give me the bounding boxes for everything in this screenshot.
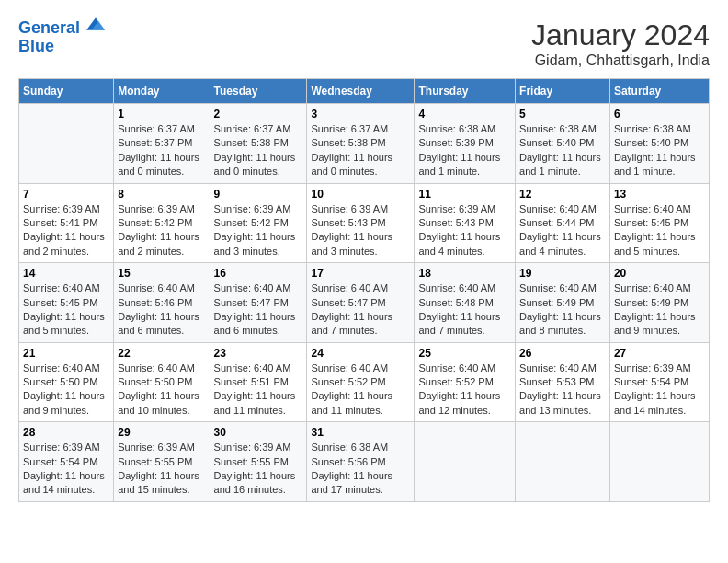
day-number: 23 — [214, 347, 303, 360]
logo-icon — [86, 15, 105, 33]
calendar-cell: 7Sunrise: 6:39 AM Sunset: 5:41 PM Daylig… — [19, 183, 114, 263]
day-number: 18 — [418, 267, 511, 280]
day-number: 11 — [418, 188, 511, 201]
calendar-header-row: SundayMondayTuesdayWednesdayThursdayFrid… — [19, 79, 710, 104]
day-number: 2 — [214, 108, 303, 121]
day-number: 9 — [214, 188, 303, 201]
day-info: Sunrise: 6:39 AM Sunset: 5:43 PM Dayligh… — [311, 202, 410, 259]
day-info: Sunrise: 6:37 AM Sunset: 5:38 PM Dayligh… — [214, 122, 303, 179]
day-header-wednesday: Wednesday — [307, 79, 415, 104]
day-info: Sunrise: 6:40 AM Sunset: 5:50 PM Dayligh… — [118, 362, 205, 419]
calendar-cell: 9Sunrise: 6:39 AM Sunset: 5:42 PM Daylig… — [210, 183, 307, 263]
day-info: Sunrise: 6:39 AM Sunset: 5:54 PM Dayligh… — [614, 362, 705, 419]
calendar-cell: 14Sunrise: 6:40 AM Sunset: 5:45 PM Dayli… — [19, 263, 114, 343]
calendar-cell: 6Sunrise: 6:38 AM Sunset: 5:40 PM Daylig… — [609, 104, 709, 184]
day-info: Sunrise: 6:40 AM Sunset: 5:47 PM Dayligh… — [214, 282, 303, 339]
calendar-cell: 30Sunrise: 6:39 AM Sunset: 5:55 PM Dayli… — [210, 422, 307, 502]
calendar-cell — [516, 422, 610, 502]
calendar-cell: 19Sunrise: 6:40 AM Sunset: 5:49 PM Dayli… — [516, 263, 610, 343]
calendar-week-row: 14Sunrise: 6:40 AM Sunset: 5:45 PM Dayli… — [19, 263, 710, 343]
calendar-cell: 10Sunrise: 6:39 AM Sunset: 5:43 PM Dayli… — [307, 183, 415, 263]
logo-blue: Blue — [18, 38, 105, 56]
subtitle: Gidam, Chhattisgarh, India — [531, 52, 710, 69]
day-header-monday: Monday — [114, 79, 210, 104]
calendar-cell: 11Sunrise: 6:39 AM Sunset: 5:43 PM Dayli… — [415, 183, 516, 263]
calendar-cell — [19, 104, 114, 184]
day-info: Sunrise: 6:39 AM Sunset: 5:55 PM Dayligh… — [118, 441, 205, 498]
calendar-cell: 4Sunrise: 6:38 AM Sunset: 5:39 PM Daylig… — [415, 104, 516, 184]
day-info: Sunrise: 6:39 AM Sunset: 5:54 PM Dayligh… — [23, 441, 109, 498]
day-info: Sunrise: 6:40 AM Sunset: 5:47 PM Dayligh… — [311, 282, 410, 339]
calendar-cell: 13Sunrise: 6:40 AM Sunset: 5:45 PM Dayli… — [609, 183, 709, 263]
calendar-cell: 18Sunrise: 6:40 AM Sunset: 5:48 PM Dayli… — [415, 263, 516, 343]
calendar-cell: 15Sunrise: 6:40 AM Sunset: 5:46 PM Dayli… — [114, 263, 210, 343]
day-number: 12 — [519, 188, 606, 201]
day-info: Sunrise: 6:40 AM Sunset: 5:49 PM Dayligh… — [614, 282, 705, 339]
calendar-cell: 16Sunrise: 6:40 AM Sunset: 5:47 PM Dayli… — [210, 263, 307, 343]
day-info: Sunrise: 6:37 AM Sunset: 5:37 PM Dayligh… — [118, 122, 205, 179]
calendar-week-row: 7Sunrise: 6:39 AM Sunset: 5:41 PM Daylig… — [19, 183, 710, 263]
day-number: 31 — [311, 426, 410, 439]
calendar-week-row: 28Sunrise: 6:39 AM Sunset: 5:54 PM Dayli… — [19, 422, 710, 502]
title-block: January 2024 Gidam, Chhattisgarh, India — [531, 18, 710, 69]
calendar-cell: 12Sunrise: 6:40 AM Sunset: 5:44 PM Dayli… — [516, 183, 610, 263]
day-header-sunday: Sunday — [19, 79, 114, 104]
day-info: Sunrise: 6:40 AM Sunset: 5:46 PM Dayligh… — [118, 282, 205, 339]
calendar-cell: 20Sunrise: 6:40 AM Sunset: 5:49 PM Dayli… — [609, 263, 709, 343]
day-info: Sunrise: 6:40 AM Sunset: 5:48 PM Dayligh… — [418, 282, 511, 339]
calendar-cell: 25Sunrise: 6:40 AM Sunset: 5:52 PM Dayli… — [415, 342, 516, 422]
day-info: Sunrise: 6:38 AM Sunset: 5:56 PM Dayligh… — [311, 441, 410, 498]
day-header-tuesday: Tuesday — [210, 79, 307, 104]
day-number: 29 — [118, 426, 205, 439]
day-info: Sunrise: 6:37 AM Sunset: 5:38 PM Dayligh… — [311, 122, 410, 179]
day-info: Sunrise: 6:40 AM Sunset: 5:51 PM Dayligh… — [214, 362, 303, 419]
day-number: 7 — [23, 188, 109, 201]
day-number: 13 — [614, 188, 705, 201]
day-info: Sunrise: 6:40 AM Sunset: 5:45 PM Dayligh… — [614, 202, 705, 259]
day-info: Sunrise: 6:40 AM Sunset: 5:52 PM Dayligh… — [311, 362, 410, 419]
logo: General Blue — [18, 18, 105, 56]
day-info: Sunrise: 6:38 AM Sunset: 5:39 PM Dayligh… — [418, 122, 511, 179]
day-number: 3 — [311, 108, 410, 121]
day-info: Sunrise: 6:40 AM Sunset: 5:45 PM Dayligh… — [23, 282, 109, 339]
calendar-cell — [609, 422, 709, 502]
day-info: Sunrise: 6:40 AM Sunset: 5:44 PM Dayligh… — [519, 202, 606, 259]
day-info: Sunrise: 6:39 AM Sunset: 5:42 PM Dayligh… — [118, 202, 205, 259]
calendar-cell: 5Sunrise: 6:38 AM Sunset: 5:40 PM Daylig… — [516, 104, 610, 184]
calendar-week-row: 1Sunrise: 6:37 AM Sunset: 5:37 PM Daylig… — [19, 104, 710, 184]
calendar-cell: 2Sunrise: 6:37 AM Sunset: 5:38 PM Daylig… — [210, 104, 307, 184]
day-number: 16 — [214, 267, 303, 280]
day-number: 10 — [311, 188, 410, 201]
calendar-cell: 27Sunrise: 6:39 AM Sunset: 5:54 PM Dayli… — [609, 342, 709, 422]
calendar-cell: 3Sunrise: 6:37 AM Sunset: 5:38 PM Daylig… — [307, 104, 415, 184]
calendar-cell: 23Sunrise: 6:40 AM Sunset: 5:51 PM Dayli… — [210, 342, 307, 422]
day-header-saturday: Saturday — [609, 79, 709, 104]
main-title: January 2024 — [531, 18, 710, 52]
calendar-cell: 31Sunrise: 6:38 AM Sunset: 5:56 PM Dayli… — [307, 422, 415, 502]
calendar-week-row: 21Sunrise: 6:40 AM Sunset: 5:50 PM Dayli… — [19, 342, 710, 422]
day-info: Sunrise: 6:38 AM Sunset: 5:40 PM Dayligh… — [519, 122, 606, 179]
day-info: Sunrise: 6:40 AM Sunset: 5:53 PM Dayligh… — [519, 362, 606, 419]
calendar-cell: 28Sunrise: 6:39 AM Sunset: 5:54 PM Dayli… — [19, 422, 114, 502]
day-info: Sunrise: 6:38 AM Sunset: 5:40 PM Dayligh… — [614, 122, 705, 179]
day-info: Sunrise: 6:39 AM Sunset: 5:41 PM Dayligh… — [23, 202, 109, 259]
day-number: 21 — [23, 347, 109, 360]
day-number: 4 — [418, 108, 511, 121]
calendar-cell: 22Sunrise: 6:40 AM Sunset: 5:50 PM Dayli… — [114, 342, 210, 422]
day-info: Sunrise: 6:39 AM Sunset: 5:43 PM Dayligh… — [418, 202, 511, 259]
day-info: Sunrise: 6:40 AM Sunset: 5:52 PM Dayligh… — [418, 362, 511, 419]
calendar-table: SundayMondayTuesdayWednesdayThursdayFrid… — [18, 78, 710, 502]
calendar-cell: 1Sunrise: 6:37 AM Sunset: 5:37 PM Daylig… — [114, 104, 210, 184]
calendar-cell: 26Sunrise: 6:40 AM Sunset: 5:53 PM Dayli… — [516, 342, 610, 422]
day-number: 20 — [614, 267, 705, 280]
calendar-cell: 29Sunrise: 6:39 AM Sunset: 5:55 PM Dayli… — [114, 422, 210, 502]
day-number: 26 — [519, 347, 606, 360]
day-number: 19 — [519, 267, 606, 280]
calendar-cell — [415, 422, 516, 502]
day-number: 14 — [23, 267, 109, 280]
calendar-cell: 24Sunrise: 6:40 AM Sunset: 5:52 PM Dayli… — [307, 342, 415, 422]
day-number: 24 — [311, 347, 410, 360]
day-info: Sunrise: 6:40 AM Sunset: 5:50 PM Dayligh… — [23, 362, 109, 419]
day-number: 5 — [519, 108, 606, 121]
day-number: 22 — [118, 347, 205, 360]
